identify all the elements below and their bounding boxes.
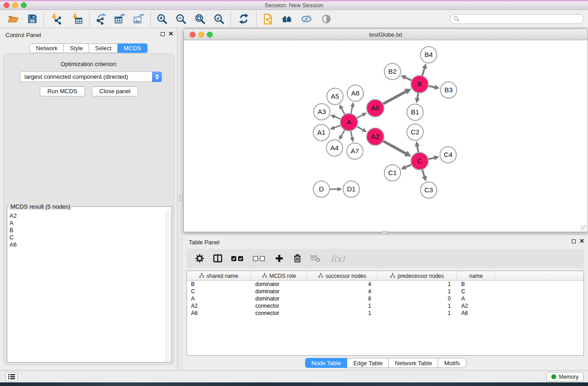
deselect-all-button[interactable] xyxy=(252,253,267,264)
graph-edge-A-A1[interactable] xyxy=(330,125,341,130)
table-row-a2[interactable]: A2connector11A2 xyxy=(187,302,583,310)
cell[interactable]: 1 xyxy=(378,281,457,288)
export-network-button[interactable] xyxy=(91,11,110,27)
table-row-c[interactable]: Cdominator41C xyxy=(187,288,583,295)
tab-select[interactable]: Select xyxy=(89,43,118,53)
save-session-button[interactable] xyxy=(23,11,42,27)
cell[interactable]: 1 xyxy=(307,310,378,317)
graph-edge-A6-B[interactable] xyxy=(383,89,411,104)
cell[interactable]: 1 xyxy=(307,302,378,310)
column-header-shared-name[interactable]: shared name xyxy=(187,271,251,281)
cell[interactable]: A2 xyxy=(187,302,251,310)
split-table-view-button[interactable] xyxy=(212,253,224,264)
graph-edge-B-B4[interactable] xyxy=(422,63,427,76)
export-image-button[interactable] xyxy=(129,11,148,27)
graph-node-A7[interactable]: A7 xyxy=(347,143,363,159)
zoom-fit-button[interactable] xyxy=(191,11,210,27)
graph-node-A5[interactable]: A5 xyxy=(327,88,343,105)
graph-node-B3[interactable]: B3 xyxy=(440,82,457,98)
graph-node-C3[interactable]: C3 xyxy=(421,182,437,198)
graph-node-A[interactable]: A xyxy=(340,114,358,131)
graph-edge-C-C1[interactable] xyxy=(401,165,411,170)
graph-edge-A-A7[interactable] xyxy=(350,131,354,143)
graph-node-A4[interactable]: A4 xyxy=(326,140,343,156)
table-tab-edge-table[interactable]: Edge Table xyxy=(347,358,389,368)
cell[interactable]: 1 xyxy=(378,288,457,295)
hide-graphics-details-button[interactable] xyxy=(296,11,316,27)
cell[interactable]: C xyxy=(187,288,251,295)
add-column-button[interactable] xyxy=(273,253,285,264)
home-layout-button[interactable] xyxy=(277,11,296,27)
cell[interactable]: A6 xyxy=(457,310,495,317)
cell[interactable]: dominator xyxy=(251,281,307,288)
graph-edge-C-C2[interactable] xyxy=(415,141,420,152)
horizontal-splitter-handle[interactable] xyxy=(382,231,387,234)
show-panels-button[interactable] xyxy=(5,372,18,381)
graph-edge-B-B3[interactable] xyxy=(429,85,440,90)
table-row-b[interactable]: Bdominator41B xyxy=(187,281,583,288)
duplicate-network-button[interactable] xyxy=(258,11,277,27)
cell[interactable]: A2 xyxy=(457,302,495,310)
graph-edge-A2-C[interactable] xyxy=(383,141,411,157)
graph-node-C4[interactable]: C4 xyxy=(440,147,456,163)
delete-table-button[interactable] xyxy=(310,253,321,264)
column-header-name[interactable]: name xyxy=(457,271,495,281)
settings-gear-button[interactable] xyxy=(194,253,206,264)
graph-node-D1[interactable]: D1 xyxy=(343,181,359,197)
tab-mcds[interactable]: MCDS xyxy=(118,43,147,53)
cell[interactable]: connector xyxy=(251,302,307,310)
graph-edge-B-B2[interactable] xyxy=(401,75,411,80)
graph-node-B2[interactable]: B2 xyxy=(384,63,401,80)
table-tab-node-table[interactable]: Node Table xyxy=(305,358,348,368)
table-tab-network-table[interactable]: Network Table xyxy=(389,358,438,368)
cell[interactable]: A xyxy=(457,295,495,302)
select-all-button[interactable] xyxy=(230,253,245,264)
cell[interactable]: dominator xyxy=(251,288,307,295)
open-session-button[interactable] xyxy=(4,11,23,27)
cell[interactable]: dominator xyxy=(251,295,307,302)
mcds-result-list[interactable]: A2ABCA6 xyxy=(7,211,166,362)
result-item-a6[interactable]: A6 xyxy=(10,241,163,248)
graph-node-A3[interactable]: A3 xyxy=(314,104,330,120)
graph-node-A1[interactable]: A1 xyxy=(313,124,330,141)
graph-edge-A-A6[interactable] xyxy=(357,113,367,118)
graph-edge-D-D1[interactable] xyxy=(330,187,342,191)
import-table-button[interactable] xyxy=(67,11,87,27)
graph-edge-A-A5[interactable] xyxy=(339,105,345,114)
graph-edge-A-A4[interactable] xyxy=(339,130,344,140)
float-panel-icon[interactable] xyxy=(161,32,165,36)
result-item-c[interactable]: C xyxy=(10,234,163,241)
graph-edge-C-C3[interactable] xyxy=(422,170,427,181)
graph-node-C1[interactable]: C1 xyxy=(384,165,401,181)
refresh-button[interactable] xyxy=(233,11,254,27)
graph-node-A8[interactable]: A8 xyxy=(347,85,363,101)
table-row-a[interactable]: Adominator80A xyxy=(187,295,583,302)
column-header-successor-nodes[interactable]: successor nodes xyxy=(307,271,378,281)
graph-node-A6[interactable]: A6 xyxy=(367,100,384,117)
result-scrollbar[interactable] xyxy=(166,211,172,362)
cell[interactable]: 1 xyxy=(378,310,457,317)
graph-edge-A-A3[interactable] xyxy=(330,114,341,119)
graph-node-C[interactable]: C xyxy=(411,152,428,170)
cell[interactable]: 8 xyxy=(307,295,378,302)
graph-edge-A-A8[interactable] xyxy=(350,102,354,114)
table-tab-motifs[interactable]: Motifs xyxy=(438,358,466,368)
close-panel-icon[interactable]: ✕ xyxy=(168,31,173,37)
zoom-out-button[interactable] xyxy=(172,11,191,27)
run-mcds-button[interactable]: Run MCDS xyxy=(40,86,85,96)
network-window-titlebar[interactable]: testGlobe.txt xyxy=(184,29,588,40)
graph-node-B1[interactable]: B1 xyxy=(407,104,423,120)
search-input[interactable] xyxy=(450,14,584,24)
column-header-mcds-role[interactable]: MCDS role xyxy=(251,271,307,281)
cell[interactable]: A6 xyxy=(187,310,251,317)
result-item-b[interactable]: B xyxy=(10,227,163,234)
graph-node-D[interactable]: D xyxy=(313,181,330,197)
cell[interactable]: 4 xyxy=(307,281,378,288)
cell[interactable]: B xyxy=(187,281,251,288)
zoom-in-button[interactable] xyxy=(153,11,172,27)
result-item-a[interactable]: A xyxy=(10,219,163,227)
cell[interactable]: A xyxy=(187,295,251,302)
graph-edge-B-B1[interactable] xyxy=(415,93,420,104)
graph-edge-A-A2[interactable] xyxy=(357,127,367,132)
zoom-selected-button[interactable] xyxy=(210,11,229,27)
